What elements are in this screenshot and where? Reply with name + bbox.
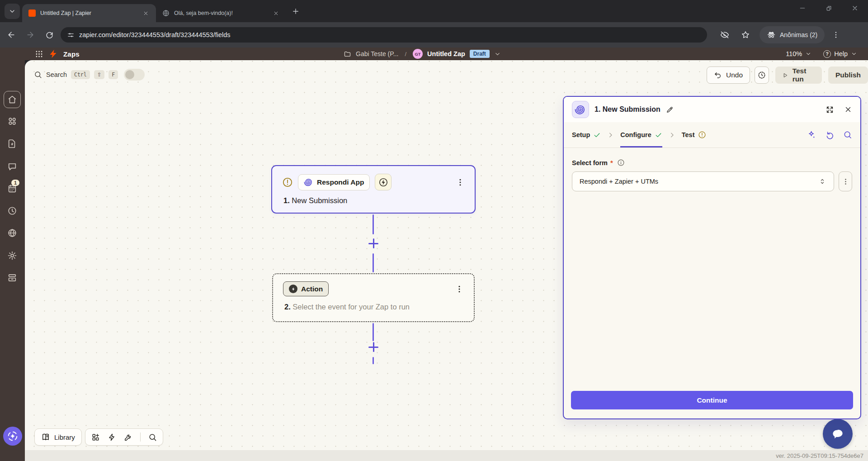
tab-title: Untitled Zap | Zapier [40,10,137,16]
zaps-circles-icon[interactable] [7,116,17,126]
breadcrumb: Gabi Teste (P... / GT Untitled Zap Draft [344,49,501,59]
warning-icon [282,177,293,188]
zoom-search-icon[interactable] [148,433,157,442]
step-menu-kebab[interactable] [455,285,464,294]
key-f: F [108,70,118,79]
globe-icon[interactable] [7,228,17,238]
globe-icon [162,10,170,17]
add-step-button[interactable] [368,238,378,248]
close-window-button[interactable] [842,0,868,16]
panel-body: Select form * Respondi + Zapier + UTMs [564,148,860,191]
chat-bubble-icon [830,426,845,442]
browser-tab-strip: Untitled Zap | Zapier Olá, seja bem-vind… [0,0,868,22]
tab-label: Configure [620,131,651,138]
back-button[interactable] [4,27,19,43]
panel-tabs: Setup Configure Test [564,122,860,148]
settings-gear-icon[interactable] [7,251,17,261]
field-label: Select form [572,159,608,166]
minimize-button[interactable] [789,0,816,16]
url-input[interactable]: zapier.com/editor/323444553/draft/323444… [61,27,707,43]
tab-close-icon[interactable] [142,9,150,17]
browser-tab-active[interactable]: Untitled Zap | Zapier [22,4,156,22]
chevron-down-icon [9,8,16,15]
workspace-name[interactable]: Gabi Teste (P... [356,50,398,57]
product-label[interactable]: Zaps [63,50,80,58]
refresh-icon[interactable] [825,130,835,140]
app-launcher-icon[interactable] [35,50,43,58]
action-bolt-icon [289,285,297,293]
close-icon[interactable] [844,105,852,114]
library-label: Library [54,433,75,441]
zap-title[interactable]: Untitled Zap [427,50,465,57]
step-card-action[interactable]: Action 2. Select the event for your Zap … [272,273,475,322]
forward-button[interactable] [23,27,38,43]
select-form-value: Respondi + Zapier + UTMs [580,178,818,185]
bolt-icon[interactable] [108,433,116,442]
play-icon [783,72,788,79]
wrench-icon[interactable] [124,433,132,442]
publish-button[interactable]: Publish [828,67,868,84]
expand-icon[interactable] [826,105,834,114]
new-tab-button[interactable] [290,5,302,17]
zapier-logo-icon[interactable] [49,49,58,58]
step-title: 1. New Submission [282,196,465,205]
tab-search-button[interactable] [5,4,20,19]
site-info-icon[interactable] [67,31,75,39]
chat-fab-button[interactable] [823,419,853,449]
circled-bolt-icon [378,177,388,187]
tables-drawer-icon[interactable] [7,273,17,283]
undo-button[interactable]: Undo [707,67,750,84]
trigger-type-button[interactable] [375,174,392,190]
test-run-label: Test run [793,67,815,83]
browser-menu-kebab[interactable] [828,27,844,43]
tab-setup[interactable]: Setup [572,122,601,147]
select-form-dropdown[interactable]: Respondi + Zapier + UTMs [572,171,834,191]
search-icon[interactable] [843,130,852,139]
breadcrumb-separator: / [403,51,408,57]
interfaces-chat-icon[interactable] [7,162,17,171]
eye-slash-icon[interactable] [717,27,732,43]
field-menu-kebab[interactable] [839,171,852,191]
history-timer-button[interactable] [755,67,769,84]
page-bottom-strip: ver. 2025-09-25T09:15-754de6e7 [25,450,868,461]
reload-button[interactable] [42,27,57,43]
library-button[interactable]: Library [34,428,82,446]
template-file-icon[interactable] [7,139,17,149]
test-run-button[interactable]: Test run [775,67,822,84]
copilot-button[interactable] [3,427,22,446]
chevron-down-icon[interactable] [494,51,501,57]
tab-close-icon[interactable] [272,9,280,17]
continue-button[interactable]: Continue [571,391,853,409]
version-text: ver. 2025-09-25T09:15-754de6e7 [776,452,863,459]
edit-pencil-icon[interactable] [666,106,674,114]
restore-button[interactable] [816,0,842,16]
panel-header: 1. New Submission [564,97,860,122]
notification-badge: 1 [11,180,19,186]
step-menu-kebab[interactable] [456,178,465,187]
ai-sparkle-icon[interactable] [807,130,816,140]
key-ctrl: Ctrl [71,70,90,79]
check-icon [655,131,662,139]
zapier-favicon [28,10,36,17]
avatar: GT [413,49,423,59]
info-icon[interactable] [617,159,625,166]
browser-tab-inactive[interactable]: Olá, seja bem-vindo(a)! [156,4,286,22]
step-card-trigger[interactable]: Respondi App 1. New Submission [271,165,476,214]
zapier-top-nav: Zaps Gabi Teste (P... / GT Untitled Zap … [25,48,868,60]
canvas-search-control[interactable]: Search Ctrl ⇧ F [34,69,145,81]
zoom-level-control[interactable]: 110% [786,50,811,57]
warning-icon [698,131,706,139]
history-clock-icon[interactable] [7,206,17,216]
apps-grid-plus-icon[interactable] [91,433,100,442]
action-pill[interactable]: Action [283,281,329,296]
tab-configure[interactable]: Configure [620,122,662,147]
add-step-button[interactable] [368,342,378,352]
help-menu[interactable]: ? Help [823,50,857,58]
app-pill-respondi[interactable]: Respondi App [298,174,370,190]
bookmark-star-icon[interactable] [738,27,753,43]
home-icon[interactable] [7,95,17,105]
step-config-panel: 1. New Submission Setup Configure Test [563,96,861,419]
tab-test[interactable]: Test [682,122,706,147]
search-toggle[interactable] [124,69,145,81]
incognito-profile-badge[interactable]: Anônimas (2) [760,26,825,43]
